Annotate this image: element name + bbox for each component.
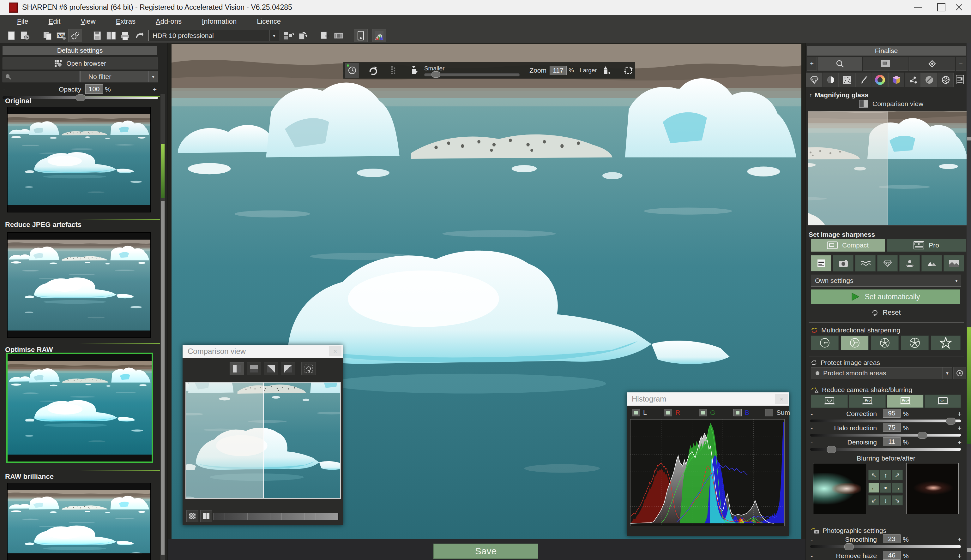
pad-down[interactable]: ↓ (880, 495, 891, 505)
direction-5-button[interactable] (871, 335, 899, 350)
denoising-thumb[interactable] (827, 446, 836, 453)
preset-thumb-optimise-raw-selected[interactable] (6, 353, 153, 463)
print-button[interactable] (118, 29, 132, 42)
open-browser-button[interactable]: Open browser (3, 57, 158, 70)
smoothing-track[interactable] (810, 545, 961, 548)
motif-water-button[interactable] (855, 255, 876, 272)
comparison-panel-title[interactable]: Comparison view (182, 345, 343, 358)
direction-6-button[interactable] (901, 335, 929, 350)
halo-track[interactable] (810, 434, 961, 437)
save-image-button[interactable] (90, 29, 104, 42)
menu-extras[interactable]: Extras (113, 15, 139, 27)
remove-haze-minus[interactable]: - (811, 552, 813, 560)
minimize-button[interactable] (909, 2, 927, 13)
set-automatically-button[interactable]: Set automatically (811, 290, 960, 304)
remove-haze-value[interactable]: 46 (883, 551, 901, 560)
color-cube-tool-button[interactable] (888, 73, 904, 87)
comparison-divider[interactable] (263, 383, 264, 498)
pad-center[interactable]: ● (880, 483, 891, 493)
raw-module-button[interactable]: RAW (54, 29, 68, 42)
denoising-value[interactable]: 11 (883, 437, 901, 446)
close-button[interactable] (950, 2, 968, 13)
add-tool-button[interactable]: + (807, 57, 817, 71)
preset-search-input[interactable] (3, 71, 80, 82)
split-horizontal-button[interactable] (247, 362, 261, 375)
pad-up-left[interactable]: ↖ (868, 470, 879, 480)
aperture-tool-button[interactable] (938, 73, 954, 87)
denoising-plus[interactable]: + (958, 438, 961, 447)
redo-button[interactable] (366, 63, 380, 78)
presets-scrollbar[interactable] (160, 94, 165, 560)
menu-licence[interactable]: Licence (254, 15, 284, 27)
pad-left[interactable]: ← (868, 483, 879, 493)
copy-settings-button[interactable] (40, 29, 54, 42)
tab-compact[interactable]: Compact (811, 239, 885, 252)
opacity-value[interactable]: 100 (85, 84, 103, 94)
zoom-out-step-button[interactable] (407, 63, 421, 78)
denoising-track[interactable] (810, 448, 961, 451)
shake-basic-button[interactable] (811, 395, 848, 408)
motif-portrait-button[interactable] (899, 255, 920, 272)
split-view-button[interactable] (104, 29, 118, 42)
remove-tool-button[interactable]: − (956, 57, 966, 71)
refresh-icon[interactable] (811, 359, 817, 366)
smoothing-value[interactable]: 23 (883, 535, 901, 543)
magnifier-comparison-toggle[interactable]: Comparison view (859, 100, 923, 108)
comparison-position-slider[interactable] (213, 513, 339, 520)
motif-gem-button[interactable] (877, 255, 898, 272)
legend-luminance[interactable]: L (632, 409, 647, 417)
motif-document-button[interactable] (811, 255, 831, 272)
split-toggle-button[interactable] (200, 510, 212, 522)
refresh-camera-icon[interactable] (811, 527, 819, 534)
refresh-multicolor-icon[interactable] (811, 327, 818, 334)
history-button[interactable] (18, 29, 32, 42)
histogram-panel-title[interactable]: Histogram (627, 392, 789, 406)
filmstrip-view-button[interactable] (332, 29, 346, 42)
pad-up-right[interactable]: ↗ (892, 470, 903, 480)
finalise-scrollbar[interactable] (967, 43, 971, 560)
correction-plus[interactable]: + (958, 410, 961, 418)
direction-3-button[interactable] (841, 335, 869, 350)
node-link-tool-button[interactable] (905, 73, 921, 87)
denoising-minus[interactable]: - (811, 438, 813, 447)
halo-minus[interactable]: - (811, 424, 813, 432)
direction-1-button[interactable] (811, 335, 839, 350)
preset-thumb-raw-brilliance[interactable] (7, 483, 151, 560)
checker-toggle-button[interactable] (186, 510, 198, 522)
comparison-tab-button[interactable] (863, 57, 908, 71)
preset-filter-dropdown[interactable]: - No filter - ▼ (80, 71, 158, 82)
profile-dropdown[interactable]: HDR 10 professional ▼ (149, 30, 279, 42)
eraser-tool-button[interactable] (921, 73, 937, 87)
compare-original-button[interactable] (345, 63, 359, 78)
correction-value[interactable]: 95 (883, 409, 901, 418)
share-export-button[interactable] (132, 29, 146, 42)
tab-pro[interactable]: Pro (887, 239, 966, 252)
correction-minus[interactable]: - (811, 410, 813, 418)
refresh-shake-icon[interactable] (811, 387, 819, 393)
pad-right[interactable]: → (892, 483, 903, 493)
legend-red[interactable]: R (664, 409, 680, 417)
sharpness-preset-dropdown[interactable]: Own settings ▼ (811, 275, 961, 287)
presets-scrollbar-thumb[interactable] (161, 144, 165, 198)
magnifier-preview[interactable] (808, 111, 967, 225)
shake-pro-button[interactable]: Pro (849, 395, 886, 408)
reset-button[interactable]: Reset (806, 307, 966, 318)
motif-camera-button[interactable] (833, 255, 854, 272)
motif-photo-button[interactable] (944, 255, 964, 272)
menu-addons[interactable]: Add-ons (152, 15, 185, 27)
split-vertical-button[interactable] (230, 362, 244, 375)
menu-edit[interactable]: Edit (45, 15, 64, 27)
checkbox-checked-icon[interactable] (664, 409, 672, 417)
split-diagonal2-button[interactable] (281, 362, 295, 375)
color-wheel-tool-button[interactable] (872, 73, 888, 87)
pad-down-right[interactable]: ↘ (892, 495, 903, 505)
checkbox-checked-icon[interactable] (632, 409, 640, 417)
correction-track[interactable] (810, 420, 961, 422)
comparison-preview-image[interactable] (186, 382, 341, 499)
zoom-value[interactable]: 117 (550, 66, 567, 75)
new-image-button[interactable] (4, 29, 18, 42)
save-button[interactable]: Save (433, 543, 538, 559)
checkbox-checked-icon[interactable] (699, 409, 707, 417)
denoise-tool-button[interactable] (839, 73, 855, 87)
smoothing-minus[interactable]: - (811, 536, 813, 544)
